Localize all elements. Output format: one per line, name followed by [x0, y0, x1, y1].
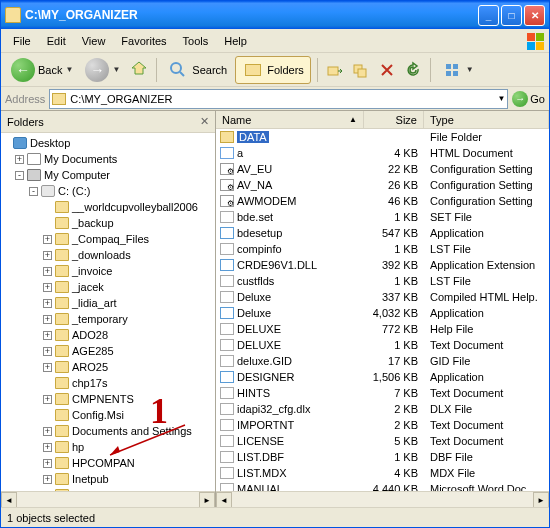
- tree-toggle[interactable]: +: [43, 427, 52, 436]
- tree-node[interactable]: +Documents and Settings: [1, 423, 215, 439]
- close-pane-button[interactable]: ✕: [200, 115, 209, 128]
- file-row[interactable]: Deluxe337 KBCompiled HTML Help.: [216, 289, 549, 305]
- file-row[interactable]: HINTS7 KBText Document: [216, 385, 549, 401]
- file-row[interactable]: DELUXE772 KBHelp File: [216, 321, 549, 337]
- address-dropdown-icon[interactable]: ▼: [497, 94, 505, 103]
- tree-node[interactable]: -My Computer: [1, 167, 215, 183]
- tree-node[interactable]: Config.Msi: [1, 407, 215, 423]
- scroll-track[interactable]: [17, 492, 199, 507]
- tree-toggle[interactable]: +: [43, 251, 52, 260]
- file-row[interactable]: a4 KBHTML Document: [216, 145, 549, 161]
- tree-node[interactable]: __worldcupvolleyball2006: [1, 199, 215, 215]
- tree-node[interactable]: +Inetpub: [1, 471, 215, 487]
- folders-button[interactable]: Folders: [235, 56, 311, 84]
- scroll-left-button[interactable]: ◄: [216, 492, 232, 507]
- copy-to-button[interactable]: [350, 59, 372, 81]
- file-row[interactable]: bde.set1 KBSET File: [216, 209, 549, 225]
- search-button[interactable]: Search: [163, 57, 231, 83]
- column-size[interactable]: Size: [364, 111, 424, 128]
- tree-toggle[interactable]: +: [43, 363, 52, 372]
- tree-node[interactable]: +ARO25: [1, 359, 215, 375]
- tree-node[interactable]: +AGE285: [1, 343, 215, 359]
- tree-toggle[interactable]: +: [43, 395, 52, 404]
- tree-node[interactable]: +_downloads: [1, 247, 215, 263]
- tree-node[interactable]: +_jacek: [1, 279, 215, 295]
- delete-button[interactable]: [376, 59, 398, 81]
- tree-node[interactable]: chp17s: [1, 375, 215, 391]
- titlebar[interactable]: C:\MY_ORGANIZER _ □ ✕: [1, 1, 549, 29]
- menu-view[interactable]: View: [74, 32, 114, 50]
- file-row[interactable]: DATAFile Folder: [216, 129, 549, 145]
- tree-node[interactable]: +CMPNENTS: [1, 391, 215, 407]
- tree-toggle[interactable]: +: [43, 331, 52, 340]
- file-row[interactable]: idapi32_cfg.dlx2 KBDLX File: [216, 401, 549, 417]
- views-button[interactable]: ▼: [437, 57, 478, 83]
- tree-toggle[interactable]: +: [43, 443, 52, 452]
- file-row[interactable]: DELUXE1 KBText Document: [216, 337, 549, 353]
- file-row[interactable]: AV_EU22 KBConfiguration Setting: [216, 161, 549, 177]
- tree-node[interactable]: Desktop: [1, 135, 215, 151]
- file-row[interactable]: AV_NA26 KBConfiguration Setting: [216, 177, 549, 193]
- file-row[interactable]: Deluxe4,032 KBApplication: [216, 305, 549, 321]
- scroll-track[interactable]: [232, 492, 533, 507]
- tree-node[interactable]: _backup: [1, 215, 215, 231]
- back-button[interactable]: ← Back ▼: [7, 56, 77, 84]
- file-row[interactable]: compinfo1 KBLST File: [216, 241, 549, 257]
- up-button[interactable]: [128, 59, 150, 81]
- maximize-button[interactable]: □: [501, 5, 522, 26]
- column-type[interactable]: Type: [424, 111, 549, 128]
- folder-tree[interactable]: Desktop+My Documents-My Computer-C: (C:)…: [1, 133, 215, 491]
- tree-toggle[interactable]: +: [43, 459, 52, 468]
- menu-edit[interactable]: Edit: [39, 32, 74, 50]
- tree-toggle[interactable]: +: [43, 283, 52, 292]
- back-dropdown-icon[interactable]: ▼: [65, 65, 73, 74]
- menu-file[interactable]: File: [5, 32, 39, 50]
- tree-toggle[interactable]: +: [43, 235, 52, 244]
- tree-toggle[interactable]: +: [43, 267, 52, 276]
- file-row[interactable]: AWMODEM46 KBConfiguration Setting: [216, 193, 549, 209]
- tree-node[interactable]: +_temporary: [1, 311, 215, 327]
- menu-help[interactable]: Help: [216, 32, 255, 50]
- file-row[interactable]: DESIGNER1,506 KBApplication: [216, 369, 549, 385]
- file-row[interactable]: MANUAL4,440 KBMicrosoft Word Doc..: [216, 481, 549, 491]
- scroll-right-button[interactable]: ►: [199, 492, 215, 507]
- tree-toggle[interactable]: +: [43, 347, 52, 356]
- tree-toggle[interactable]: -: [15, 171, 24, 180]
- file-row[interactable]: CRDE96V1.DLL392 KBApplication Extension: [216, 257, 549, 273]
- file-list[interactable]: DATAFile Foldera4 KBHTML DocumentAV_EU22…: [216, 129, 549, 491]
- file-row[interactable]: bdesetup547 KBApplication: [216, 225, 549, 241]
- column-name[interactable]: Name▲: [216, 111, 364, 128]
- file-row[interactable]: LIST.DBF1 KBDBF File: [216, 449, 549, 465]
- tree-node[interactable]: +_lidia_art: [1, 295, 215, 311]
- file-row[interactable]: custflds1 KBLST File: [216, 273, 549, 289]
- tree-node[interactable]: +_invoice: [1, 263, 215, 279]
- tree-node[interactable]: -C: (C:): [1, 183, 215, 199]
- file-row[interactable]: LIST.MDX4 KBMDX File: [216, 465, 549, 481]
- file-row[interactable]: LICENSE5 KBText Document: [216, 433, 549, 449]
- file-row[interactable]: deluxe.GID17 KBGID File: [216, 353, 549, 369]
- views-dropdown-icon[interactable]: ▼: [466, 65, 474, 74]
- tree-toggle[interactable]: +: [15, 155, 24, 164]
- menu-favorites[interactable]: Favorites: [113, 32, 174, 50]
- scroll-right-button[interactable]: ►: [533, 492, 549, 507]
- address-field[interactable]: C:\MY_ORGANIZER ▼: [49, 89, 508, 109]
- tree-toggle[interactable]: +: [43, 475, 52, 484]
- tree-toggle[interactable]: -: [29, 187, 38, 196]
- move-to-button[interactable]: [324, 59, 346, 81]
- tree-scrollbar-h[interactable]: ◄ ►: [1, 491, 215, 507]
- minimize-button[interactable]: _: [478, 5, 499, 26]
- file-row[interactable]: IMPORTNT2 KBText Document: [216, 417, 549, 433]
- close-button[interactable]: ✕: [524, 5, 545, 26]
- files-scrollbar-h[interactable]: ◄ ►: [216, 491, 549, 507]
- tree-node[interactable]: +hp: [1, 439, 215, 455]
- tree-node[interactable]: +My Documents: [1, 151, 215, 167]
- tree-node[interactable]: +_Compaq_Files: [1, 231, 215, 247]
- go-button[interactable]: → Go: [512, 91, 545, 107]
- tree-toggle[interactable]: +: [43, 315, 52, 324]
- tree-toggle[interactable]: +: [43, 299, 52, 308]
- tree-node[interactable]: +ADO28: [1, 327, 215, 343]
- scroll-left-button[interactable]: ◄: [1, 492, 17, 507]
- tree-node[interactable]: +HPCOMPAN: [1, 455, 215, 471]
- menu-tools[interactable]: Tools: [175, 32, 217, 50]
- undo-button[interactable]: [402, 59, 424, 81]
